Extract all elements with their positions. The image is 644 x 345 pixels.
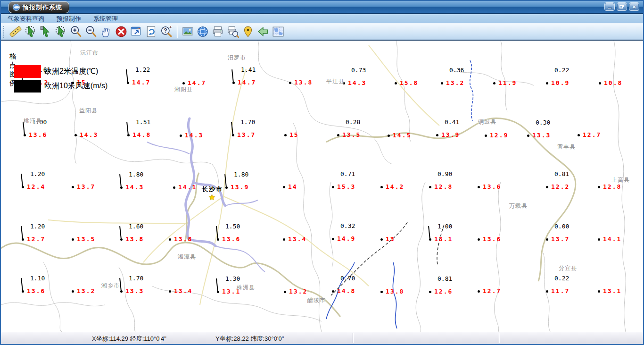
place-label-county: 分宜县 [559, 264, 577, 272]
toolbar-grip[interactable] [3, 25, 5, 38]
menu-bar: 气象资料查询预报制作系统管理 [1, 14, 643, 23]
grid-point-dot [441, 82, 443, 84]
window-controls: × [604, 2, 639, 11]
place-label-county: 湘乡市 [101, 282, 120, 290]
temperature-value: 14.9 [337, 235, 355, 242]
grid-point-dot [72, 290, 74, 293]
grid-map-button[interactable] [271, 25, 286, 39]
grid-point-dot [527, 135, 529, 137]
temperature-value: 14.3 [80, 131, 98, 138]
place-label-county: 湘阴县 [174, 85, 193, 93]
temperature-value: 12.8 [434, 183, 453, 190]
cancel-button[interactable] [114, 25, 129, 39]
menu-item-3[interactable]: 系统管理 [93, 15, 118, 23]
temperature-value: 13.8 [386, 288, 404, 295]
refresh-button[interactable] [144, 25, 159, 39]
wind-speed-value: 1.70 [240, 118, 255, 126]
temperature-value: 13.7 [237, 131, 256, 138]
grid-point-dot [173, 186, 175, 189]
print-preview-button[interactable] [225, 25, 240, 39]
grid-point-dot [169, 238, 171, 241]
wind-speed-value: 1.00 [438, 223, 452, 230]
place-label-county: 益阳县 [79, 107, 98, 115]
close-button[interactable]: × [629, 2, 639, 11]
menu-item-2[interactable]: 预报制作 [57, 15, 81, 23]
legend-label-2: 欧洲10米风速(m/s) [44, 81, 107, 91]
printer-icon [212, 25, 224, 38]
grid-point-dot [72, 186, 74, 188]
temperature-value: 14.7 [132, 79, 150, 86]
temperature-value: 14.3 [185, 132, 203, 139]
grid-point-dot [72, 238, 74, 241]
grid-point-dot [380, 291, 383, 293]
wind-speed-value: 1.10 [30, 275, 45, 282]
temperature-value: 14.8 [337, 287, 355, 295]
image-button[interactable] [180, 25, 195, 39]
grid-point-dot [436, 134, 438, 136]
place-label-county: 铜鼓县 [478, 118, 496, 126]
status-x-coordinate: X坐标:114.29 经度:110°0'4" [92, 335, 166, 343]
temperature-value: 13.6 [483, 236, 501, 243]
back-button[interactable] [256, 25, 271, 39]
select-circle-button[interactable] [53, 25, 68, 39]
full-extent-button[interactable] [129, 25, 144, 39]
grid-point-dot [284, 291, 286, 293]
zoom-out-button[interactable] [83, 25, 99, 39]
locate-button[interactable] [240, 25, 256, 39]
select-features-button[interactable] [23, 25, 38, 39]
place-label-county: 宜丰县 [557, 143, 576, 151]
wind-speed-value: 0.73 [351, 67, 366, 74]
print-button[interactable] [210, 25, 225, 39]
wind-speed-value: 1.50 [225, 223, 240, 230]
wind-speed-value: 0.36 [449, 67, 464, 74]
wind-speed-value: 0.22 [554, 67, 569, 74]
select-arrow-circle-icon [55, 25, 67, 38]
place-label-county: 上高县 [611, 176, 630, 184]
grid-point-dot [598, 186, 600, 188]
wind-speed-value: 1.51 [136, 118, 150, 126]
legend-swatch-1 [14, 65, 41, 78]
identify-magnifier-icon: ?± [160, 25, 173, 38]
temperature-value: 12.7 [27, 236, 45, 243]
temperature-value: 14.1 [178, 184, 197, 191]
image-icon [182, 25, 194, 38]
temperature-value: 12.2 [551, 183, 570, 190]
grid-point-dot [478, 290, 480, 293]
select-button[interactable] [38, 25, 53, 39]
minimize-icon [608, 8, 612, 9]
map-pin-icon [242, 25, 254, 38]
app-tab[interactable]: 预报制作系统 [8, 1, 69, 13]
print-preview-icon [227, 25, 239, 38]
grid-point-dot [380, 186, 383, 188]
wind-speed-value: 0.71 [340, 170, 355, 177]
grid-point-dot [429, 186, 431, 188]
temperature-value: 13 [386, 236, 395, 243]
temperature-value: 12.4 [27, 183, 45, 190]
minimize-button[interactable] [604, 2, 615, 11]
pan-button[interactable] [99, 25, 114, 39]
grid-point-dot [485, 135, 487, 137]
globe-button[interactable] [195, 25, 210, 39]
grid-point-dot [169, 290, 171, 293]
temperature-value: 13.9 [231, 184, 249, 191]
zoom-in-button[interactable] [68, 25, 83, 39]
temperature-value: 14.7 [238, 79, 256, 86]
menu-item-1[interactable]: 气象资料查询 [8, 15, 44, 23]
wind-speed-value: 1.80 [129, 171, 143, 178]
place-label-city: 长沙市 [202, 185, 223, 194]
map-viewport[interactable]: 15.21.611514.71.2214.714.71.4113.814.30.… [1, 41, 643, 332]
back-arrow-icon [257, 25, 269, 38]
place-label-county: 平江县 [326, 77, 345, 85]
identify-button[interactable]: ?± [159, 25, 174, 39]
wind-speed-value: 0.30 [536, 119, 550, 126]
stop-icon [115, 25, 127, 38]
temperature-value: 13.9 [441, 131, 460, 138]
wind-speed-value: 0.00 [554, 223, 569, 230]
temperature-value: 13.3 [125, 287, 144, 295]
restore-button[interactable] [617, 2, 627, 11]
measure-button[interactable] [8, 25, 23, 39]
grid-point-dot [388, 135, 390, 137]
wind-speed-value: 1.22 [135, 66, 150, 73]
temperature-value: 13.8 [125, 236, 144, 243]
place-label-county: 沅江市 [80, 49, 99, 57]
